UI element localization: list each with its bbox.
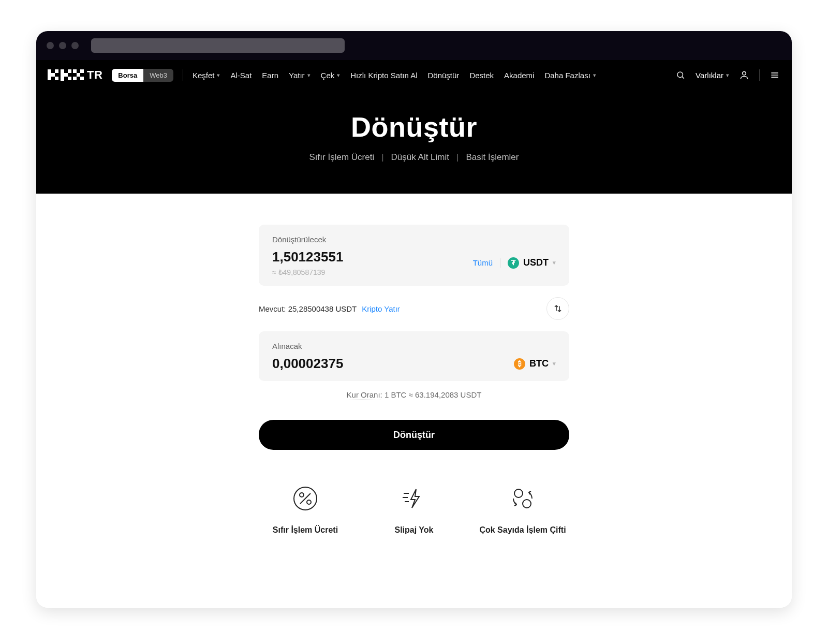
svg-line-17 <box>682 77 684 78</box>
nav-label: Keşfet <box>193 71 215 80</box>
address-bar[interactable] <box>91 38 345 53</box>
svg-rect-4 <box>51 73 55 77</box>
features-row: Sıfır İşlem Ücreti Slipaj Yok <box>259 486 569 535</box>
nav-label: Daha Fazlası <box>544 71 590 80</box>
hamburger-icon[interactable] <box>769 69 780 81</box>
to-token-select[interactable]: ₿ BTC ▾ <box>514 358 556 370</box>
svg-rect-7 <box>61 69 64 81</box>
feature-title: Slipaj Yok <box>395 525 434 535</box>
hero-subtitle: Sıfır İşlem Ücreti | Düşük Alt Limit | B… <box>36 152 792 163</box>
token-symbol: USDT <box>523 257 549 268</box>
rate-value: : 1 BTC ≈ 63.194,2083 USDT <box>380 390 482 399</box>
chevron-down-icon: ▾ <box>307 72 310 79</box>
rate-row: Kur Oranı: 1 BTC ≈ 63.194,2083 USDT <box>259 390 569 399</box>
deposit-link[interactable]: Kripto Yatır <box>362 304 400 313</box>
feature-zero-fee: Sıfır İşlem Ücreti <box>259 486 352 535</box>
nav-alsat[interactable]: Al-Sat <box>230 71 252 80</box>
from-amount[interactable]: 1,50123551 <box>272 249 343 265</box>
search-icon[interactable] <box>675 69 686 81</box>
chevron-down-icon: ▾ <box>337 72 340 79</box>
balance-value: 25,28500438 USDT <box>288 304 357 313</box>
feature-many-pairs: Çok Sayıda İşlem Çifti <box>476 486 569 535</box>
hero-sub-item: Basit İşlemler <box>466 152 519 163</box>
swap-button[interactable] <box>546 297 569 320</box>
content: Dönüştürülecek 1,50123551 ≈ ₺49,80587139… <box>36 194 792 608</box>
svg-rect-0 <box>48 69 51 73</box>
chevron-down-icon: ▾ <box>553 259 556 266</box>
svg-point-24 <box>307 500 311 504</box>
nav-daha-fazlasi[interactable]: Daha Fazlası ▾ <box>544 71 596 80</box>
from-label: Dönüştürülecek <box>272 235 556 244</box>
svg-rect-9 <box>68 69 71 73</box>
hero: Dönüştür Sıfır İşlem Ücreti | Düşük Alt … <box>36 90 792 194</box>
svg-rect-6 <box>55 77 58 80</box>
feature-title: Sıfır İşlem Ücreti <box>273 525 338 535</box>
btc-icon: ₿ <box>514 358 525 370</box>
svg-rect-13 <box>77 73 80 77</box>
convert-button[interactable]: Dönüştür <box>259 420 569 450</box>
nav-label: Çek <box>321 71 335 80</box>
svg-rect-5 <box>48 77 51 80</box>
divider <box>183 69 183 81</box>
primary-nav: Keşfet ▾ Al-Sat Earn Yatır ▾ Çek ▾ Hızlı… <box>193 71 596 80</box>
nav-destek[interactable]: Destek <box>469 71 494 80</box>
svg-point-23 <box>300 493 304 497</box>
separator: | <box>381 152 383 163</box>
mode-segmented: Borsa Web3 <box>112 69 173 82</box>
nav-label: Yatır <box>289 71 305 80</box>
nav-varliklar[interactable]: Varlıklar ▾ <box>696 71 729 80</box>
usdt-icon: ₮ <box>508 257 519 269</box>
top-nav: TR Borsa Web3 Keşfet ▾ Al-Sat Earn Yatır… <box>36 60 792 90</box>
chevron-down-icon: ▾ <box>593 72 596 79</box>
rate-label[interactable]: Kur Oranı <box>347 390 380 400</box>
feature-title: Çok Sayıda İşlem Çifti <box>479 525 566 535</box>
nav-label: Varlıklar <box>696 71 723 80</box>
svg-rect-14 <box>73 77 77 80</box>
max-button[interactable]: Tümü <box>473 258 493 267</box>
svg-point-16 <box>677 72 683 78</box>
balance-prefix: Mevcut: <box>259 304 286 313</box>
nav-cek[interactable]: Çek ▾ <box>321 71 341 80</box>
chevron-down-icon: ▾ <box>553 360 556 367</box>
svg-rect-10 <box>68 77 71 80</box>
feature-no-slippage: Slipaj Yok <box>367 486 461 535</box>
nav-yatir[interactable]: Yatır ▾ <box>289 71 310 80</box>
browser-chrome <box>36 31 792 60</box>
svg-point-18 <box>743 71 746 75</box>
window-dot <box>71 42 79 49</box>
hero-sub-item: Düşük Alt Limit <box>391 152 449 163</box>
from-token-select[interactable]: ₮ USDT ▾ <box>508 257 556 269</box>
nav-kesfet[interactable]: Keşfet ▾ <box>193 71 220 80</box>
balance-row: Mevcut: 25,28500438 USDT Kripto Yatır <box>259 297 569 320</box>
svg-rect-12 <box>80 69 84 73</box>
from-approx: ≈ ₺49,80587139 <box>272 268 343 276</box>
nav-akademi[interactable]: Akademi <box>504 71 534 80</box>
swap-icon <box>553 304 563 313</box>
seg-borsa[interactable]: Borsa <box>112 69 143 82</box>
svg-point-29 <box>514 489 523 497</box>
window-dot <box>59 42 66 49</box>
to-amount: 0,00002375 <box>272 356 343 372</box>
okx-logo-icon <box>48 69 84 81</box>
separator: | <box>456 152 459 163</box>
seg-web3[interactable]: Web3 <box>143 69 173 82</box>
pairs-icon <box>510 486 535 511</box>
bolt-icon <box>402 486 426 511</box>
divider <box>759 69 760 81</box>
chevron-down-icon: ▾ <box>217 72 220 79</box>
hero-sub-item: Sıfır İşlem Ücreti <box>309 152 375 163</box>
window-dot <box>47 42 54 49</box>
svg-rect-1 <box>55 69 58 73</box>
chevron-down-icon: ▾ <box>726 72 729 79</box>
logo[interactable]: TR <box>48 68 102 82</box>
token-symbol: BTC <box>529 358 549 369</box>
svg-line-25 <box>300 493 310 504</box>
nav-donustur[interactable]: Dönüştür <box>428 71 460 80</box>
nav-hizli-kripto[interactable]: Hızlı Kripto Satın Al <box>350 71 417 80</box>
divider <box>500 258 500 268</box>
svg-rect-15 <box>80 77 84 80</box>
nav-earn[interactable]: Earn <box>262 71 278 80</box>
svg-point-30 <box>523 500 531 508</box>
user-icon[interactable] <box>738 69 750 81</box>
to-label: Alınacak <box>272 342 556 350</box>
